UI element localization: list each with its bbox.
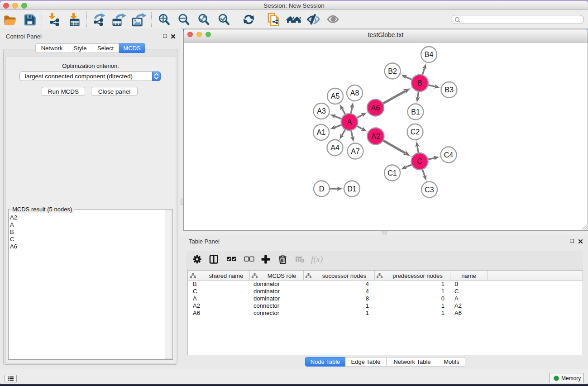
svg-text:C3: C3 — [425, 186, 434, 194]
svg-text:B1: B1 — [411, 108, 420, 116]
svg-text:A4: A4 — [330, 144, 339, 152]
svg-text:A5: A5 — [331, 92, 340, 100]
svg-text:A: A — [347, 118, 352, 126]
svg-text:C2: C2 — [411, 128, 420, 136]
svg-text:C1: C1 — [387, 169, 397, 177]
svg-text:f(x): f(x) — [311, 254, 323, 264]
svg-text:B3: B3 — [445, 86, 454, 94]
svg-text:B4: B4 — [425, 51, 434, 58]
svg-text:C: C — [417, 157, 422, 165]
svg-text:A6: A6 — [371, 104, 380, 112]
svg-text:B: B — [417, 79, 422, 87]
svg-text:D: D — [319, 185, 325, 193]
svg-text:A2: A2 — [371, 133, 380, 140]
svg-text:D1: D1 — [347, 185, 357, 193]
svg-text:A7: A7 — [351, 148, 360, 155]
svg-text:B2: B2 — [388, 67, 397, 75]
svg-text:A3: A3 — [317, 107, 326, 115]
svg-text:A8: A8 — [350, 89, 359, 97]
svg-text:C4: C4 — [444, 151, 454, 159]
svg-text:A1: A1 — [317, 129, 326, 136]
